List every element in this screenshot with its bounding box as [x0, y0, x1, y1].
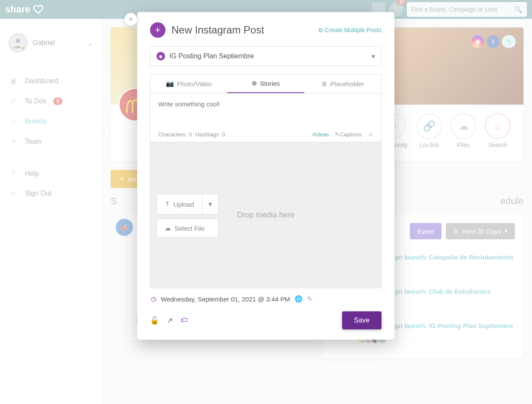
clock-icon: ◷	[151, 295, 156, 303]
upload-button-group: ⤒ Upload ▾	[156, 194, 219, 214]
chevron-down-icon: ▾	[208, 200, 212, 208]
edit-datetime-icon[interactable]: ✎	[307, 295, 313, 303]
chars-value: 0	[189, 131, 192, 138]
save-button[interactable]: Save	[342, 311, 382, 329]
scheduled-datetime[interactable]: Wednesday, September 01, 2021 @ 3:44 PM	[161, 295, 290, 303]
select-file-label: Select File	[174, 225, 204, 232]
modal-title: New Instagram Post	[171, 24, 313, 36]
upload-dropdown-button[interactable]: ▾	[202, 194, 218, 214]
create-multiple-label: Create Multiple Posts	[325, 27, 382, 33]
modal-footer: 🔓 ↗ 🏷 Save	[150, 307, 382, 329]
tab-label: Stories	[260, 80, 280, 87]
tag-icon[interactable]: 🏷	[180, 316, 188, 325]
captions-button[interactable]: ✎Captions	[335, 131, 361, 138]
upload-label: Upload	[174, 201, 194, 208]
lock-icon[interactable]: 🔓	[150, 316, 159, 325]
new-post-modal: ✕ + New Instagram Post ⧉ Create Multiple…	[137, 12, 394, 340]
external-link-icon[interactable]: ↗	[167, 316, 173, 325]
document-icon: 🗎	[321, 80, 328, 87]
upload-controls: ⤒ Upload ▾ ☁ Select File	[156, 194, 219, 238]
modal-header: + New Instagram Post ⧉ Create Multiple P…	[150, 22, 382, 38]
content-type-tabs: 📷 Photo/Video ⊕ Stories 🗎 Placeholder	[150, 74, 382, 93]
compose-footer: Characters: 0 Hashtags: 0 #Ideas ✎Captio…	[158, 131, 373, 138]
media-dropzone[interactable]: ⤒ Upload ▾ ☁ Select File Drop media here	[150, 142, 382, 288]
create-multiple-posts-link[interactable]: ⧉ Create Multiple Posts	[319, 27, 382, 34]
post-text-input[interactable]	[158, 100, 373, 130]
globe-icon[interactable]: 🌐	[295, 295, 303, 303]
hashtags-label: Hashtags:	[195, 131, 220, 138]
ideas-button[interactable]: #Ideas	[312, 131, 329, 138]
emoji-button[interactable]: ☺	[368, 131, 373, 138]
upload-button[interactable]: ⤒ Upload	[157, 195, 202, 213]
select-file-button[interactable]: ☁ Select File	[156, 219, 219, 238]
add-circle-icon: ⊕	[252, 79, 257, 87]
dropzone-text: Drop media here	[237, 211, 295, 220]
tab-photo-video[interactable]: 📷 Photo/Video	[150, 74, 227, 93]
cloud-icon: ☁	[165, 224, 171, 232]
chevron-down-icon: ▾	[372, 52, 375, 60]
tab-stories[interactable]: ⊕ Stories	[227, 74, 304, 93]
hash-icon: #	[312, 131, 315, 138]
plan-name: IG Posting Plan Septiembre	[169, 52, 254, 60]
camera-icon: 📷	[166, 80, 174, 87]
close-modal-button[interactable]: ✕	[124, 13, 137, 26]
close-icon: ✕	[128, 16, 133, 23]
plus-icon: +	[150, 22, 165, 38]
upload-icon: ⤒	[165, 200, 170, 208]
chars-label: Characters:	[158, 131, 187, 138]
pen-icon: ✎	[335, 131, 340, 138]
tab-label: Photo/Video	[177, 80, 211, 87]
compose-area: Characters: 0 Hashtags: 0 #Ideas ✎Captio…	[150, 93, 382, 142]
tab-placeholder[interactable]: 🗎 Placeholder	[304, 74, 381, 93]
instagram-icon: ◉	[156, 52, 165, 60]
tab-label: Placeholder	[330, 80, 364, 87]
datetime-row: ◷ Wednesday, September 01, 2021 @ 3:44 P…	[150, 288, 382, 307]
posting-plan-selector[interactable]: ◉ IG Posting Plan Septiembre ▾	[150, 46, 382, 66]
copy-icon: ⧉	[319, 27, 323, 34]
hashtags-value: 0	[222, 131, 225, 138]
